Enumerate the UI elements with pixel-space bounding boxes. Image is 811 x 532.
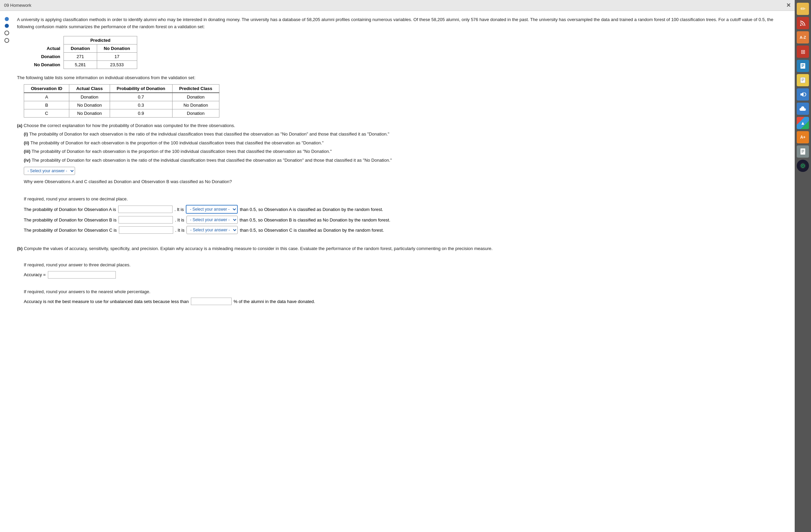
rss-icon[interactable] — [797, 17, 809, 29]
obs-b-select[interactable]: - Select your answer - greater less — [186, 216, 238, 224]
obs-c-text2: . It is — [175, 228, 184, 233]
part-a-label: (a) Choose the correct explanation for h… — [17, 123, 788, 128]
choice-iii: (iii) The probability of Donation for ea… — [24, 148, 788, 155]
row-no-donation-label: No Donation — [27, 60, 64, 69]
round-note-b2: If required, round your answers to the n… — [24, 288, 788, 295]
choice-i: (i) The probability of Donation for each… — [24, 131, 788, 138]
title-bar: 09 Homework ✕ — [0, 0, 795, 11]
col-actual-class: Actual Class — [69, 85, 110, 93]
right-toolbar: ✏ A-Z ⊞ ▲ A+ — [795, 0, 811, 532]
svg-rect-5 — [800, 77, 805, 83]
book-icon[interactable] — [797, 60, 809, 72]
obs-a-text2: . It is — [174, 207, 184, 212]
part-a-answer-container: - Select your answer - (i) (ii) (iii) (i… — [24, 167, 788, 175]
choice-iv: (iv) The probability of Donation for eac… — [24, 157, 788, 164]
why-question: Why were Observations A and C classified… — [24, 178, 788, 185]
col-predicted-class: Predicted Class — [172, 85, 219, 93]
obs-c-text1: The probability of Donation for Observat… — [24, 228, 117, 233]
table-row: ADonation0.7Donation — [24, 93, 219, 101]
obs-a-input[interactable] — [118, 206, 172, 213]
col-donation: Donation — [64, 44, 97, 52]
obs-b-text2: . It is — [175, 217, 184, 223]
note-icon[interactable] — [797, 74, 809, 86]
svg-point-0 — [800, 25, 801, 26]
col-obs-id: Observation ID — [24, 85, 69, 93]
pencil-icon[interactable]: ✏ — [797, 3, 809, 15]
svg-point-15 — [802, 165, 804, 166]
content-area: A university is applying classification … — [0, 11, 795, 532]
table-row: CNo Donation0.9Donation — [24, 109, 219, 118]
accuracy-note1: Accuracy is not the best measure to use … — [24, 299, 189, 304]
row-donation-label: Donation — [27, 52, 64, 60]
confusion-matrix-table: Predicted Actual Donation No Donation Do… — [27, 36, 137, 69]
intro-paragraph: A university is applying classification … — [17, 16, 788, 31]
close-button[interactable]: ✕ — [786, 2, 791, 9]
google-icon[interactable]: ▲ — [797, 117, 809, 129]
col-no-donation: No Donation — [97, 44, 137, 52]
obs-b-input[interactable] — [119, 216, 173, 224]
obs-b-text3: than 0.5, so Observation B is classified… — [240, 217, 391, 223]
window-title: 09 Homework — [4, 3, 31, 8]
obs-c-input[interactable] — [119, 226, 173, 234]
cell-fp: 5,281 — [64, 60, 97, 69]
obs-c-select[interactable]: - Select your answer - greater less — [186, 226, 238, 234]
part-a-select[interactable]: - Select your answer - (i) (ii) (iii) (i… — [24, 167, 75, 175]
obs-a-text1: The probability of Donation for Observat… — [24, 207, 116, 212]
accuracy-note2: % of the alumni in the data have donated… — [234, 299, 315, 304]
observation-table: Observation ID Actual Class Probability … — [24, 84, 219, 118]
table-row: BNo Donation0.3No Donation — [24, 101, 219, 109]
cloud-icon[interactable] — [797, 103, 809, 115]
cell-tn: 23,533 — [97, 60, 137, 69]
obs-b-row: The probability of Donation for Observat… — [24, 216, 788, 224]
obs-c-text3: than 0.5, so Observation C is classified… — [240, 228, 384, 233]
choice-ii: (ii) The probability of Donation for eac… — [24, 140, 788, 147]
accuracy-label: Accuracy = — [24, 272, 46, 277]
svg-rect-1 — [800, 63, 805, 69]
sound-icon[interactable] — [797, 88, 809, 101]
accuracy-note-row: Accuracy is not the best measure to use … — [24, 298, 788, 305]
obs-c-row: The probability of Donation for Observat… — [24, 226, 788, 234]
main-window: 09 Homework ✕ A university is applying c… — [0, 0, 795, 532]
grade-icon[interactable]: A+ — [797, 131, 809, 143]
part-b-label: (b) Compute the values of accuracy, sens… — [17, 246, 788, 251]
round-note-b: If required, round your answer to three … — [24, 262, 788, 268]
part-a-choices: (i) The probability of Donation for each… — [24, 131, 788, 163]
circle-icon[interactable] — [797, 159, 809, 172]
col-prob-donation: Probability of Donation — [110, 85, 172, 93]
obs-b-text1: The probability of Donation for Observat… — [24, 217, 117, 223]
svg-rect-9 — [800, 149, 805, 155]
az-icon[interactable]: A-Z — [797, 31, 809, 44]
accuracy-pct-input[interactable] — [191, 298, 232, 305]
predicted-header: Predicted — [64, 36, 137, 44]
cell-fn: 17 — [97, 52, 137, 60]
round-note-a: If required, round your answers to one d… — [24, 196, 788, 202]
doc-icon[interactable] — [797, 146, 809, 158]
office-icon[interactable]: ⊞ — [797, 46, 809, 58]
obs-a-select[interactable]: - Select your answer - greater less — [186, 205, 238, 214]
accuracy-row: Accuracy = — [24, 271, 788, 278]
accuracy-input[interactable] — [48, 271, 116, 278]
obs-a-text3: than 0.5, so Observation A is classified… — [240, 207, 383, 212]
actual-header: Actual — [27, 44, 64, 52]
obs-a-row: The probability of Donation for Observat… — [24, 205, 788, 214]
cell-tp: 271 — [64, 52, 97, 60]
obs-table-intro: The following table lists some informati… — [17, 74, 788, 81]
